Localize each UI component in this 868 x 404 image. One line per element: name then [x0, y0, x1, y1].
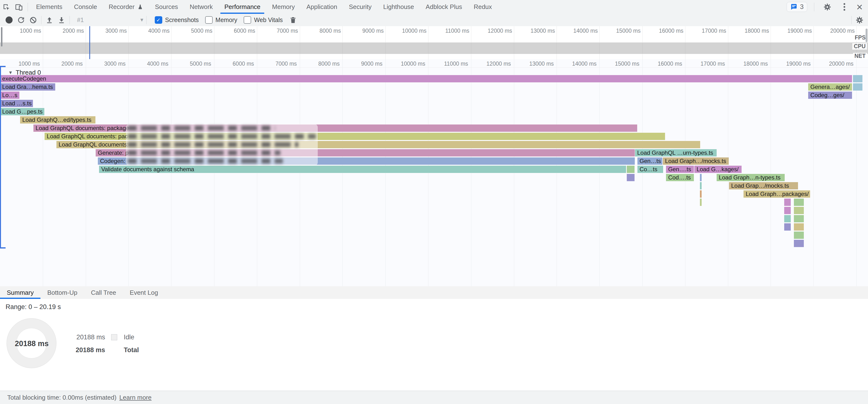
flame-bar-load-graphql-urn-types-ts[interactable]: Load GraphQL …urn-types.ts	[635, 149, 717, 156]
flame-bar-load-g-kages[interactable]: Load G…kages/	[694, 166, 742, 173]
unchecked-checkbox-icon[interactable]	[244, 16, 251, 24]
flame-tick-label: 5000 ms	[190, 61, 211, 67]
flame-bar-load-graph-mocks-ts[interactable]: Load Graph…/mocks.ts	[663, 157, 729, 165]
checked-checkbox-icon[interactable]: ✓	[155, 16, 162, 24]
flame-chart[interactable]: 1000 ms2000 ms3000 ms4000 ms5000 ms6000 …	[0, 59, 868, 286]
device-toolbar-icon[interactable]	[12, 2, 25, 12]
flame-bar-co-ts[interactable]: Co…ts	[638, 166, 663, 173]
flame-bar[interactable]	[784, 223, 791, 230]
overview-tick-label: 14000 ms	[573, 28, 598, 34]
checkbox-label: Screenshots	[165, 17, 199, 24]
timeline-overview[interactable]: 1000 ms2000 ms3000 ms4000 ms5000 ms6000 …	[0, 26, 868, 59]
save-profile-icon[interactable]	[56, 15, 68, 25]
trash-icon[interactable]	[287, 15, 299, 25]
overview-tick-label: 17000 ms	[702, 28, 726, 34]
flame-bar[interactable]	[794, 240, 804, 247]
flame-bar[interactable]	[853, 75, 862, 82]
flame-bar-lo-s[interactable]: Lo…s	[0, 92, 20, 99]
details-tab-bottom-up[interactable]: Bottom-Up	[40, 286, 84, 299]
tab-elements[interactable]: Elements	[30, 0, 68, 14]
tab-memory[interactable]: Memory	[266, 0, 301, 14]
flame-bar[interactable]	[700, 198, 702, 206]
tab-network[interactable]: Network	[184, 0, 218, 14]
flame-tick-label: 15000 ms	[615, 61, 640, 67]
summary-donut-chart: 20188 ms	[6, 318, 56, 368]
load-profile-icon[interactable]	[43, 15, 56, 25]
tab-redux[interactable]: Redux	[468, 0, 498, 14]
tab-application[interactable]: Application	[301, 0, 343, 14]
flame-bar[interactable]	[700, 174, 702, 181]
flame-bar[interactable]	[794, 207, 804, 214]
checkbox-memory[interactable]: Memory	[205, 16, 237, 24]
flame-bar[interactable]	[784, 215, 791, 222]
toolbar-separator	[41, 16, 41, 24]
flame-bar[interactable]	[794, 223, 804, 230]
flame-bar-load-graph-packages[interactable]: Load Graph…packages/	[744, 190, 810, 198]
flame-bar[interactable]	[853, 83, 862, 91]
tab-lighthouse[interactable]: Lighthouse	[377, 0, 420, 14]
flame-bar-cod-ts[interactable]: Cod….ts	[666, 174, 694, 181]
clear-icon[interactable]	[27, 15, 39, 25]
overview-tick-label: 10000 ms	[402, 28, 427, 34]
details-tab-call-tree[interactable]: Call Tree	[84, 286, 123, 299]
flame-bar-load-graph-n-types-ts[interactable]: Load Graph…n-types.ts	[717, 174, 785, 181]
flame-tick-label: 7000 ms	[275, 61, 297, 67]
flame-bar[interactable]	[794, 215, 804, 222]
flame-bar-load-graphq-ed-types-ts[interactable]: Load GraphQ…ed/types.ts	[20, 116, 95, 124]
flame-bar[interactable]	[700, 182, 702, 189]
playhead-marker[interactable]	[89, 26, 90, 59]
checkbox-web-vitals[interactable]: Web Vitals	[244, 16, 283, 24]
details-tab-summary[interactable]: Summary	[0, 286, 40, 299]
selection-bracket-tick	[0, 66, 6, 67]
record-button[interactable]	[3, 15, 15, 25]
scrollbar-thumb[interactable]	[866, 29, 868, 42]
issues-button[interactable]: 3	[786, 2, 807, 12]
flame-gridline	[43, 59, 43, 286]
fps-label: FPS	[853, 34, 867, 41]
unchecked-checkbox-icon[interactable]	[205, 16, 213, 24]
flame-bar-load-grap-mocks-ts[interactable]: Load Grap…/mocks.ts	[729, 182, 798, 189]
more-options-icon[interactable]	[838, 2, 850, 12]
history-select[interactable]: #1	[77, 17, 84, 24]
flame-bar-gen-ts[interactable]: Gen….ts	[666, 166, 694, 173]
flame-bar[interactable]	[627, 166, 634, 173]
settings-gear-icon[interactable]	[821, 2, 834, 12]
legend-label: Total	[124, 346, 139, 354]
flame-bar-codeg-ges[interactable]: Codeg…ges/	[808, 92, 852, 99]
close-icon[interactable]: ×	[855, 2, 864, 12]
flame-bar[interactable]	[784, 198, 791, 206]
flame-tick-label: 17000 ms	[701, 61, 725, 67]
tab-performance[interactable]: Performance	[218, 0, 266, 14]
tab-adblock-plus[interactable]: Adblock Plus	[420, 0, 468, 14]
flame-bar-load-graphql-documents-package[interactable]: Load GraphQL documents: package	[33, 124, 637, 132]
selection-bracket	[0, 66, 1, 249]
tab-recorder[interactable]: Recorder	[103, 0, 149, 14]
flame-bar-genera-ages[interactable]: Genera…ages/	[808, 83, 852, 91]
flame-bar[interactable]	[700, 190, 702, 198]
tab-console[interactable]: Console	[68, 0, 103, 14]
flame-bar[interactable]	[794, 231, 804, 239]
overview-left-handle[interactable]	[1, 27, 2, 46]
flame-bar-load-gra-hema-ts[interactable]: Load Gra…hema.ts	[0, 83, 55, 91]
flame-bar[interactable]	[794, 198, 804, 206]
chevron-down-icon[interactable]: ▼	[140, 17, 144, 23]
learn-more-link[interactable]: Learn more	[119, 394, 152, 401]
flame-bar-gen-ts[interactable]: Gen…ts	[638, 157, 662, 165]
flame-bar-validate-documents-against-schema[interactable]: Validate documents against schema	[99, 166, 626, 173]
tab-sources[interactable]: Sources	[149, 0, 184, 14]
checkbox-screenshots[interactable]: ✓Screenshots	[155, 16, 199, 24]
toolbar-separator	[851, 16, 851, 24]
tab-label: Application	[306, 3, 337, 11]
flame-bar[interactable]	[627, 174, 634, 181]
flame-tick-label: 12000 ms	[487, 61, 511, 67]
redacted-text	[128, 142, 299, 147]
flame-bar-executecodegen[interactable]: executeCodegen	[0, 75, 852, 82]
details-tab-event-log[interactable]: Event Log	[123, 286, 165, 299]
capture-settings-gear-icon[interactable]	[854, 15, 866, 25]
reload-and-record-icon[interactable]	[15, 15, 27, 25]
flame-bar[interactable]	[784, 207, 791, 214]
tab-security[interactable]: Security	[343, 0, 377, 14]
inspect-element-icon[interactable]	[0, 2, 12, 12]
flame-bar-load-s-ts[interactable]: Load …s.ts	[0, 100, 33, 107]
flame-bar-load-g-pes-ts[interactable]: Load G…pes.ts	[0, 108, 44, 115]
